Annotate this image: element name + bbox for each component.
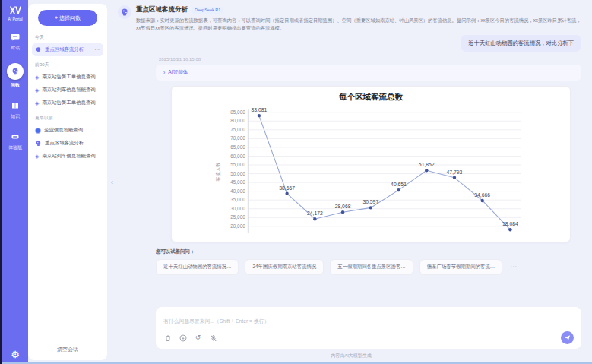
section-title-today: 今天 bbox=[35, 34, 100, 41]
sidebar-collapse-icon[interactable]: ‹ bbox=[111, 179, 113, 186]
sidebar-item-key-area-analysis-old[interactable]: 重点区域客流分析 bbox=[32, 137, 103, 150]
message-input-card: ↺ bbox=[156, 307, 581, 349]
svg-text:40,651: 40,651 bbox=[391, 182, 407, 187]
svg-text:65,000: 65,000 bbox=[230, 144, 245, 150]
main-area: 重点区域客流分析 DeepSeek R1 数据来源：实时更新的客流数据表，可查询… bbox=[107, 0, 592, 364]
download-circle-icon[interactable] bbox=[179, 334, 187, 342]
sidebar-item-alarm-ticket-query-2[interactable]: ◈ 南京站告警工单信息查询 bbox=[32, 97, 103, 109]
chat-scroll-area[interactable]: 近十天红山动物园的客流情况，对比分析下 2025/10/21 16:15:08 … bbox=[156, 35, 581, 302]
rail-item-trial[interactable]: 体验版 bbox=[8, 131, 22, 151]
sidebar-item-label: 南京站告警工单信息查询 bbox=[42, 74, 100, 81]
send-button[interactable] bbox=[561, 331, 574, 344]
diamond-icon: ◈ bbox=[35, 87, 39, 93]
left-rail: AI Portal 对话 问数 知识 bbox=[2, 0, 28, 364]
rail-item-label: 知识 bbox=[11, 113, 20, 120]
chart-title: 每个区域客流总数 bbox=[176, 92, 565, 103]
agent-collapse-label: AI智能体 bbox=[168, 69, 188, 76]
sidebar-item-label: 南京站告警工单信息查询 bbox=[42, 100, 100, 106]
rail-item-ask-data[interactable]: 问数 bbox=[7, 63, 24, 89]
message-timestamp: 2025/10/21 16:15:08 bbox=[159, 57, 581, 62]
svg-text:35,000: 35,000 bbox=[230, 197, 245, 202]
sidebar-item-label: 重点区域客流分析 bbox=[45, 46, 91, 53]
diamond-icon: ◈ bbox=[35, 74, 39, 80]
suggestion-chip[interactable]: 德基广场春节假期期间的客流… bbox=[419, 259, 502, 275]
svg-text:55,000: 55,000 bbox=[230, 162, 245, 167]
sidebar-item-train-info-query[interactable]: ◈ 南京站列车信息智能查询 bbox=[32, 84, 103, 97]
sidebar-item-label: 企业信息智能查询 bbox=[44, 127, 100, 134]
rail-item-label: 体验版 bbox=[8, 144, 22, 151]
svg-text:30,000: 30,000 bbox=[230, 205, 245, 210]
suggestion-chip[interactable]: 近十天红山动物园的客流情况… bbox=[156, 259, 239, 275]
rail-nav: 对话 问数 知识 体验版 bbox=[7, 32, 24, 163]
message-input[interactable] bbox=[163, 318, 574, 324]
svg-text:30,597: 30,597 bbox=[362, 199, 378, 204]
svg-text:47,793: 47,793 bbox=[447, 169, 463, 174]
sidebar-item-label: 南京站列车信息智能查询 bbox=[42, 87, 100, 93]
diamond-icon: ◈ bbox=[35, 100, 39, 106]
sidebar-item-key-area-analysis[interactable]: 重点区域客流分析 ⋯ bbox=[32, 43, 103, 56]
logo-text: AI Portal bbox=[8, 17, 22, 21]
conversation-sidebar: + 选择问数 今天 重点区域客流分析 ⋯ 前30天 ◈ 南京站告警工单信息查询 … bbox=[28, 4, 107, 360]
suggestion-chip[interactable]: 24年国庆假期南京站客流情况 bbox=[245, 259, 324, 275]
svg-text:50,000: 50,000 bbox=[230, 170, 245, 176]
sidebar-item-alarm-ticket-query[interactable]: ◈ 南京站告警工单信息查询 bbox=[32, 71, 103, 84]
robot-icon bbox=[35, 140, 42, 147]
svg-text:60,000: 60,000 bbox=[230, 153, 245, 158]
trial-badge-icon bbox=[10, 131, 21, 142]
section-title-last30days: 前30天 bbox=[35, 62, 100, 68]
svg-text:70,000: 70,000 bbox=[230, 135, 245, 141]
knowledge-book-icon bbox=[10, 100, 21, 111]
more-suggestions-icon[interactable]: ⋯ bbox=[510, 263, 518, 271]
ask-data-robot-icon bbox=[7, 63, 24, 80]
suggestions-label: 您可以试着问问： bbox=[156, 248, 581, 255]
svg-text:85,000: 85,000 bbox=[230, 109, 245, 114]
svg-text:25,000: 25,000 bbox=[230, 214, 245, 220]
new-session-button[interactable]: + 选择问数 bbox=[38, 10, 97, 26]
svg-text:38,667: 38,667 bbox=[279, 185, 295, 190]
app-window: AI Portal 对话 问数 知识 bbox=[0, 0, 592, 364]
svg-text:40,000: 40,000 bbox=[230, 188, 245, 193]
svg-text:18,084: 18,084 bbox=[502, 221, 518, 226]
sidebar-item-label: 南京站列车信息智能查询 bbox=[42, 153, 100, 160]
rail-item-label: 对话 bbox=[11, 45, 20, 52]
agent-avatar bbox=[118, 5, 131, 19]
chart-card: 每个区域客流总数 20,00025,00030,00035,00040,0004… bbox=[171, 86, 571, 242]
send-icon bbox=[564, 334, 571, 341]
circle-icon bbox=[35, 128, 41, 134]
svg-text:20,000: 20,000 bbox=[230, 223, 245, 228]
app-logo: AI Portal bbox=[8, 5, 22, 21]
rail-item-chat[interactable]: 对话 bbox=[10, 32, 21, 52]
rail-item-label: 问数 bbox=[11, 82, 20, 89]
line-chart: 20,00025,00030,00035,00040,00045,00050,0… bbox=[176, 104, 565, 239]
sidebar-item-train-info-query-old[interactable]: ◈ 南京站列车信息智能查询 bbox=[32, 150, 103, 163]
page-title: 重点区域客流分析 bbox=[136, 5, 188, 14]
robot-icon bbox=[35, 46, 42, 53]
robot-avatar-icon bbox=[120, 8, 129, 17]
chat-icon bbox=[10, 32, 21, 43]
rail-item-knowledge[interactable]: 知识 bbox=[10, 100, 21, 120]
model-badge: DeepSeek R1 bbox=[192, 7, 223, 14]
trash-icon[interactable] bbox=[163, 334, 172, 342]
logo-icon bbox=[9, 5, 21, 15]
mic-off-icon[interactable] bbox=[209, 334, 217, 342]
svg-text:24,172: 24,172 bbox=[307, 210, 323, 216]
svg-text:83,081: 83,081 bbox=[251, 107, 267, 112]
svg-text:45,000: 45,000 bbox=[230, 179, 245, 185]
sidebar-item-label: 重点区域客流分析 bbox=[45, 140, 100, 147]
settings-gear-icon[interactable]: ⚙ bbox=[11, 350, 20, 359]
chevron-right-icon: › bbox=[163, 70, 165, 75]
agent-collapse-row[interactable]: › AI智能体 bbox=[156, 65, 581, 81]
input-toolbar: ↺ bbox=[163, 331, 574, 344]
user-message-bubble: 近十天红山动物园的客流情况，对比分析下 bbox=[461, 35, 581, 52]
clear-session-button[interactable]: 清空会话 bbox=[32, 340, 103, 356]
undo-icon[interactable]: ↺ bbox=[194, 334, 202, 342]
suggestion-chip[interactable]: 五一假期期间各重点景区游客… bbox=[330, 259, 413, 275]
svg-text:客流人数: 客流人数 bbox=[215, 161, 221, 181]
suggestion-chips: 近十天红山动物园的客流情况… 24年国庆假期南京站客流情况 五一假期期间各重点景… bbox=[156, 259, 581, 275]
svg-text:34,666: 34,666 bbox=[474, 191, 490, 197]
item-more-icon[interactable]: ⋯ bbox=[94, 47, 100, 53]
svg-text:80,000: 80,000 bbox=[230, 118, 245, 123]
user-message-row: 近十天红山动物园的客流情况，对比分析下 bbox=[156, 35, 581, 52]
sidebar-item-enterprise-info-query[interactable]: 企业信息智能查询 bbox=[32, 124, 103, 137]
svg-text:75,000: 75,000 bbox=[230, 126, 245, 131]
